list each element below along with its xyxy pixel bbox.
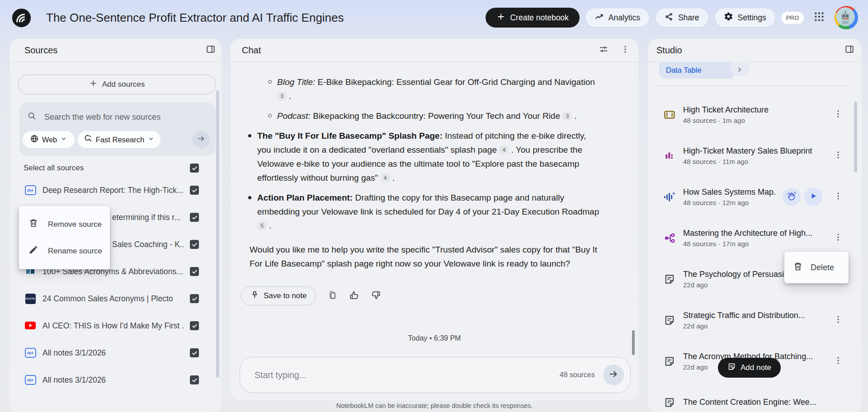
source-title: etermining if this r... — [112, 213, 184, 222]
trash-icon — [793, 262, 803, 274]
notebook-title[interactable]: The One-Sentence Profit Extractor and AI… — [46, 11, 344, 25]
chat-settings-button[interactable] — [599, 44, 609, 56]
collapse-studio-button[interactable] — [844, 44, 854, 56]
more-vertical-icon — [833, 232, 843, 244]
citation-badge[interactable]: 3 — [562, 112, 572, 121]
source-checkbox[interactable] — [190, 240, 199, 249]
collapse-panel-icon — [844, 46, 854, 56]
collapse-sources-button[interactable] — [206, 44, 216, 56]
source-checkbox[interactable] — [190, 186, 199, 195]
source-checkbox[interactable] — [190, 321, 199, 330]
studio-item-menu-button[interactable] — [833, 150, 844, 162]
report-icon — [663, 150, 676, 162]
remove-source-menu-item[interactable]: Remove source — [19, 211, 110, 238]
play-audio-button[interactable] — [804, 188, 822, 206]
interactive-mode-button[interactable] — [783, 188, 801, 206]
studio-item-meta: 48 sources · 17m ago — [683, 240, 826, 248]
studio-item-menu-button[interactable] — [833, 356, 844, 367]
add-sources-button[interactable]: Add sources — [18, 75, 216, 94]
chat-messages: Blog Title: E-Bike Bikepacking: Essentia… — [250, 75, 600, 276]
thumbs-down-button[interactable] — [371, 290, 381, 302]
apps-grid-button[interactable] — [809, 8, 829, 28]
markdown-source-icon: m+ — [24, 185, 36, 195]
chat-more-button[interactable] — [620, 44, 630, 56]
pencil-icon — [28, 245, 38, 257]
thumbs-up-icon — [349, 294, 359, 302]
data-table-card[interactable]: Data Table — [659, 62, 735, 79]
plus-icon — [89, 79, 98, 90]
source-title: All notes 3/1/2026 — [42, 375, 184, 385]
trash-icon — [28, 218, 38, 230]
analytics-button[interactable]: Analytics — [585, 8, 650, 28]
studio-item[interactable]: The Content Creation Engine: Wee... — [648, 382, 862, 412]
studio-scrollbar[interactable] — [854, 102, 857, 173]
note-icon — [663, 397, 676, 408]
source-checkbox[interactable] — [190, 213, 199, 222]
chat-date-divider: Today • 6:39 PM — [231, 334, 638, 342]
delete-menu-item[interactable]: Delete — [811, 263, 834, 272]
play-icon — [809, 192, 818, 202]
mindmap-icon — [663, 232, 676, 244]
more-vertical-icon — [833, 314, 843, 326]
studio-item-menu-button[interactable] — [833, 232, 844, 244]
source-row[interactable]: PLECTO24 Common Sales Acronyms | Plecto — [10, 285, 222, 312]
user-avatar[interactable] — [835, 6, 858, 29]
citation-badge[interactable]: 3 — [277, 92, 287, 101]
studio-item-title: How Sales Systems Map... — [683, 187, 776, 197]
studio-item[interactable]: Strategic Traffic and Distribution...22d… — [648, 300, 862, 341]
settings-button[interactable]: Settings — [714, 8, 776, 28]
save-to-note-button[interactable]: Save to note — [241, 286, 316, 305]
citation-badge[interactable]: 5 — [257, 221, 267, 230]
notebooklm-app: The One-Sentence Profit Extractor and AI… — [0, 0, 868, 412]
submit-search-button[interactable] — [193, 131, 210, 148]
studio-item-menu-button[interactable] — [833, 109, 844, 121]
notebooklm-logo-icon[interactable] — [11, 8, 32, 28]
thumbs-down-icon — [371, 294, 381, 302]
source-checkbox[interactable] — [190, 267, 199, 276]
source-title: AI CEO: THIS is How I'd Make My First ..… — [42, 321, 184, 331]
source-checkbox[interactable] — [190, 294, 199, 303]
studio-item-menu-button[interactable] — [833, 191, 844, 203]
source-row[interactable]: m+All notes 3/1/2026 — [10, 366, 222, 393]
copy-response-button[interactable] — [327, 290, 338, 302]
plus-icon — [496, 12, 505, 23]
studio-item-title: Mastering the Architecture of High... — [683, 229, 826, 238]
source-checkbox[interactable] — [190, 375, 199, 384]
sources-scrollbar[interactable] — [216, 90, 219, 378]
thumbs-up-button[interactable] — [349, 290, 359, 302]
sources-panel: Sources Add sources Search the web for n… — [10, 39, 222, 412]
add-note-button[interactable]: Add note — [718, 358, 781, 378]
citation-badge[interactable]: 4 — [499, 145, 509, 154]
citation-badge[interactable]: 4 — [381, 173, 390, 183]
copy-icon — [327, 294, 338, 302]
chat-scrollbar[interactable] — [632, 330, 635, 355]
studio-item-title: Strategic Traffic and Distribution... — [683, 311, 826, 320]
source-row[interactable]: AI CEO: THIS is How I'd Make My First ..… — [10, 312, 222, 339]
source-checkbox[interactable] — [190, 348, 199, 357]
chat-panel: Chat Blog Title: E-Bike Bikepacking: Ess… — [231, 39, 638, 400]
studio-item[interactable]: High-Ticket Mastery Sales Blueprint48 so… — [648, 135, 862, 176]
studio-item-meta: 22d ago — [683, 322, 826, 330]
studio-item[interactable]: How Sales Systems Map...48 sources · 12m… — [648, 176, 862, 217]
source-row[interactable]: m+Deep Research Report: The High-Tick... — [10, 177, 222, 204]
studio-item[interactable]: High Ticket Architecture48 sources · 1m … — [648, 94, 862, 135]
tune-icon — [599, 46, 609, 56]
search-placeholder: Search the web for new sources — [44, 112, 160, 122]
create-notebook-button[interactable]: Create notebook — [486, 8, 579, 28]
rename-source-menu-item[interactable]: Rename source — [19, 238, 110, 264]
research-mode-dropdown[interactable]: Fast Research — [78, 131, 160, 148]
source-title: All notes 3/1/2026 — [42, 348, 184, 358]
send-message-button[interactable] — [603, 365, 624, 385]
chat-input[interactable] — [254, 370, 560, 381]
source-row[interactable]: m+All notes 3/1/2026 — [10, 339, 222, 366]
search-input-row[interactable]: Search the web for new sources — [19, 103, 216, 123]
select-all-checkbox[interactable] — [190, 164, 199, 173]
more-vertical-icon — [833, 109, 843, 121]
collapse-panel-icon — [206, 46, 216, 56]
share-button[interactable]: Share — [655, 8, 709, 28]
disclaimer-text: NotebookLM can be inaccurate; please dou… — [231, 402, 638, 409]
studio-panel: Studio Data Table High Ticket Architectu… — [648, 39, 862, 412]
studio-item-menu-button[interactable] — [833, 314, 844, 326]
web-filter-dropdown[interactable]: Web — [23, 131, 75, 148]
more-vertical-icon — [620, 46, 630, 56]
